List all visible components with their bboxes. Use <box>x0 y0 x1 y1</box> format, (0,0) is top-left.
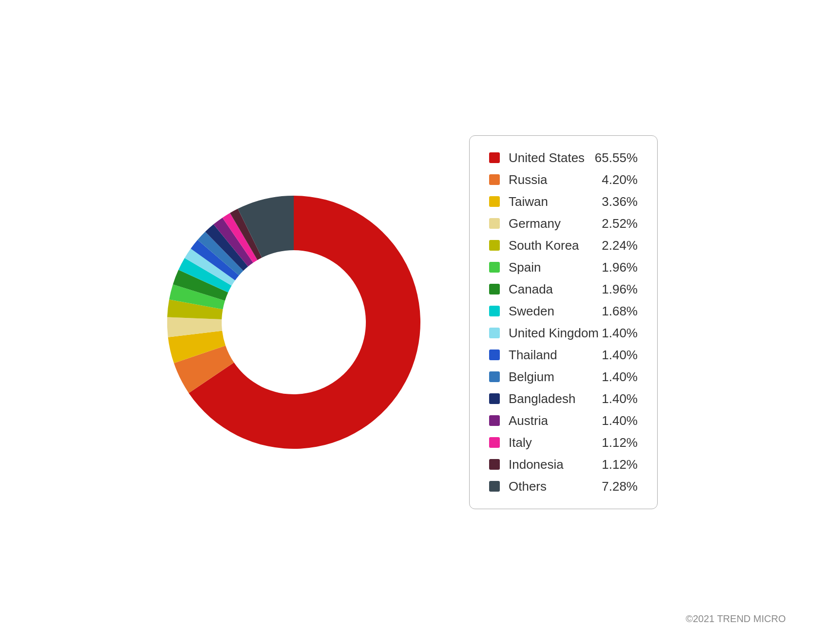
legend-item: Italy1.12% <box>489 435 638 450</box>
legend-label: Canada <box>509 282 599 297</box>
legend-label: United States <box>509 150 595 166</box>
legend-label: United Kingdom <box>509 326 599 341</box>
legend-label: Austria <box>509 413 599 428</box>
legend-value: 1.96% <box>599 260 638 275</box>
legend-item: South Korea2.24% <box>489 238 638 253</box>
legend-label: Sweden <box>509 304 599 319</box>
legend-value: 1.40% <box>599 391 638 406</box>
legend-item: Austria1.40% <box>489 413 638 428</box>
legend-item: United States65.55% <box>489 150 638 166</box>
legend-label: Taiwan <box>509 194 599 209</box>
legend-item: Russia4.20% <box>489 172 638 187</box>
legend-value: 7.28% <box>599 479 638 494</box>
legend-color-box <box>489 371 500 382</box>
legend-label: Belgium <box>509 369 599 385</box>
legend-item: Germany2.52% <box>489 216 638 231</box>
legend-label: Thailand <box>509 348 599 363</box>
legend-value: 4.20% <box>599 172 638 187</box>
legend-color-box <box>489 152 500 163</box>
legend-color-box <box>489 196 500 207</box>
legend-label: Indonesia <box>509 457 599 472</box>
donut-chart <box>157 186 430 459</box>
legend-label: South Korea <box>509 238 599 253</box>
legend-value: 1.12% <box>599 457 638 472</box>
page-wrapper: United States65.55%Russia4.20%Taiwan3.36… <box>0 0 815 644</box>
legend-item: United Kingdom1.40% <box>489 326 638 341</box>
legend-value: 1.40% <box>599 348 638 363</box>
chart-container <box>157 186 430 459</box>
legend-color-box <box>489 328 500 338</box>
legend-label: Russia <box>509 172 599 187</box>
legend-color-box <box>489 459 500 470</box>
legend-item: Others7.28% <box>489 479 638 494</box>
copyright: ©2021 TREND MICRO <box>685 613 786 625</box>
legend-item: Spain1.96% <box>489 260 638 275</box>
legend-color-box <box>489 218 500 229</box>
legend-value: 1.96% <box>599 282 638 297</box>
legend-label: Spain <box>509 260 599 275</box>
legend-color-box <box>489 240 500 251</box>
legend-color-box <box>489 350 500 360</box>
legend-label: Others <box>509 479 599 494</box>
legend-value: 1.12% <box>599 435 638 450</box>
legend-color-box <box>489 306 500 316</box>
legend-label: Germany <box>509 216 599 231</box>
legend-label: Bangladesh <box>509 391 599 406</box>
legend-item: Bangladesh1.40% <box>489 391 638 406</box>
legend-color-box <box>489 174 500 185</box>
legend-value: 2.52% <box>599 216 638 231</box>
legend-item: Indonesia1.12% <box>489 457 638 472</box>
legend-box: United States65.55%Russia4.20%Taiwan3.36… <box>469 135 658 509</box>
legend-value: 3.36% <box>599 194 638 209</box>
legend-item: Taiwan3.36% <box>489 194 638 209</box>
legend-value: 65.55% <box>595 150 638 166</box>
legend-value: 1.40% <box>599 326 638 341</box>
legend-color-box <box>489 393 500 404</box>
legend-value: 1.40% <box>599 369 638 385</box>
legend-color-box <box>489 262 500 273</box>
legend-color-box <box>489 415 500 426</box>
legend-color-box <box>489 284 500 294</box>
legend-color-box <box>489 481 500 492</box>
legend-value: 2.24% <box>599 238 638 253</box>
legend-item: Thailand1.40% <box>489 348 638 363</box>
legend-color-box <box>489 437 500 448</box>
legend-item: Sweden1.68% <box>489 304 638 319</box>
legend-item: Canada1.96% <box>489 282 638 297</box>
legend-value: 1.40% <box>599 413 638 428</box>
legend-item: Belgium1.40% <box>489 369 638 385</box>
legend-value: 1.68% <box>599 304 638 319</box>
legend-label: Italy <box>509 435 599 450</box>
